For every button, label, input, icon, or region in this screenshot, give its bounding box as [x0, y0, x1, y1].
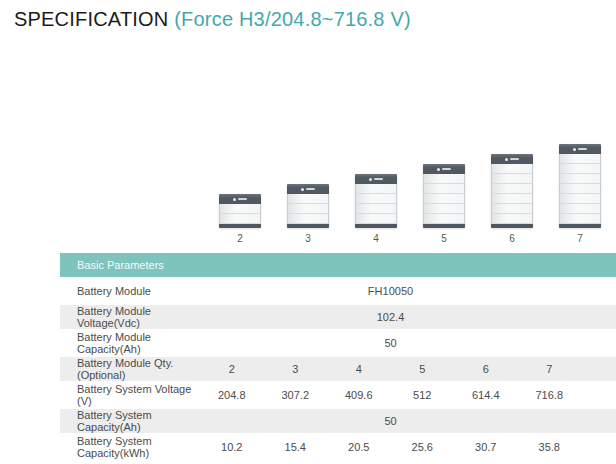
table-section-header: Basic Parameters: [60, 253, 616, 277]
row-label: Battery Module Voltage(Vdc): [60, 305, 200, 329]
battery-base: [287, 224, 329, 228]
cell-value: 35.8: [518, 441, 582, 453]
row-span-value: 50: [200, 337, 581, 349]
cell-value: 204.8: [200, 389, 264, 401]
battery-module-segment: [491, 184, 533, 194]
battery-stack: 4: [355, 174, 397, 244]
cell-value: 7: [518, 363, 582, 375]
cell-value: 30.7: [454, 441, 518, 453]
brand-logo-icon: [505, 158, 508, 161]
battery-tower: [559, 144, 601, 228]
brand-logo-icon: [578, 148, 587, 150]
battery-tower: [355, 174, 397, 228]
battery-module-segment: [423, 204, 465, 214]
battery-base: [355, 224, 397, 228]
stack-count-label: 4: [355, 233, 397, 244]
battery-base: [491, 224, 533, 228]
battery-module-segment: [287, 214, 329, 224]
cell-value: 6: [454, 363, 518, 375]
battery-module-segment: [355, 194, 397, 204]
battery-base: [559, 224, 601, 228]
cell-value: 4: [327, 363, 391, 375]
brand-logo-icon: [442, 168, 451, 170]
brand-logo-icon: [374, 178, 383, 180]
battery-module-segment: [559, 174, 601, 184]
battery-module-segment: [423, 174, 465, 184]
table-row: Battery Module Voltage(Vdc)102.4: [60, 305, 616, 329]
battery-stack: 5: [423, 164, 465, 244]
battery-stack: 7: [559, 144, 601, 244]
row-label: Battery System Voltage (V): [60, 383, 200, 407]
brand-logo-icon: [238, 198, 247, 200]
stack-count-label: 7: [559, 233, 601, 244]
battery-module-segment: [559, 164, 601, 174]
stack-count-label: 2: [219, 233, 261, 244]
brand-logo-icon: [233, 198, 236, 201]
page-title-model: (Force H3/204.8~716.8 V): [174, 8, 411, 30]
battery-module-segment: [559, 194, 601, 204]
cell-value: 614.4: [454, 389, 518, 401]
stack-count-label: 5: [423, 233, 465, 244]
page-title: SPECIFICATION (Force H3/204.8~716.8 V): [14, 8, 411, 31]
cell-value: 20.5: [327, 441, 391, 453]
battery-cap: [559, 144, 601, 154]
cell-value: 2: [200, 363, 264, 375]
table-row: Battery System Voltage (V)204.8307.2409.…: [60, 383, 616, 407]
battery-tower: [219, 194, 261, 228]
battery-tower: [287, 184, 329, 228]
battery-module-segment: [491, 204, 533, 214]
row-values: 204.8307.2409.6512614.4716.8: [200, 389, 581, 401]
battery-module-segment: [423, 194, 465, 204]
spec-table: Basic Parameters Battery ModuleFH10050Ba…: [60, 253, 616, 461]
row-label: Battery Module: [60, 285, 200, 297]
battery-cap: [287, 184, 329, 194]
cell-value: 5: [391, 363, 455, 375]
battery-module-segment: [559, 154, 601, 164]
brand-logo-icon: [369, 178, 372, 181]
battery-module-segment: [287, 204, 329, 214]
table-row: Battery System Capacity(kWh)10.215.420.5…: [60, 435, 616, 459]
battery-module-segment: [491, 164, 533, 174]
battery-module-segment: [355, 204, 397, 214]
battery-cap: [219, 194, 261, 204]
battery-module-segment: [491, 214, 533, 224]
battery-module-segment: [491, 194, 533, 204]
battery-cap: [491, 154, 533, 164]
battery-base: [423, 224, 465, 228]
row-label: Battery System Capacity(Ah): [60, 409, 200, 433]
battery-module-segment: [219, 204, 261, 214]
cell-value: 409.6: [327, 389, 391, 401]
battery-cap: [423, 164, 465, 174]
battery-base: [219, 224, 261, 228]
cell-value: 10.2: [200, 441, 264, 453]
stack-count-label: 6: [491, 233, 533, 244]
battery-module-segment: [355, 214, 397, 224]
row-values: 234567: [200, 363, 581, 375]
cell-value: 716.8: [518, 389, 582, 401]
table-row: Battery Module Qty. (Optional)234567: [60, 357, 616, 381]
cell-value: 15.4: [264, 441, 328, 453]
battery-module-segment: [559, 204, 601, 214]
battery-module-segment: [559, 184, 601, 194]
battery-module-segment: [491, 174, 533, 184]
brand-logo-icon: [510, 158, 519, 160]
row-span-value: FH10050: [200, 285, 581, 297]
battery-module-segment: [355, 184, 397, 194]
row-label: Battery System Capacity(kWh): [60, 435, 200, 459]
spec-page: SPECIFICATION (Force H3/204.8~716.8 V) 2…: [0, 0, 616, 464]
battery-module-segment: [287, 194, 329, 204]
battery-stack: 3: [287, 184, 329, 244]
battery-stack: 6: [491, 154, 533, 244]
row-label: Battery Module Capacity(Ah): [60, 331, 200, 355]
row-span-value: 50: [200, 415, 581, 427]
battery-tower: [491, 154, 533, 228]
cell-value: 3: [264, 363, 328, 375]
battery-module-segment: [423, 214, 465, 224]
row-span-value: 102.4: [200, 311, 581, 323]
battery-module-segment: [423, 184, 465, 194]
battery-tower: [423, 164, 465, 228]
brand-logo-icon: [301, 188, 304, 191]
battery-module-segment: [559, 214, 601, 224]
battery-module-segment: [219, 214, 261, 224]
table-row: Battery System Capacity(Ah)50: [60, 409, 616, 433]
